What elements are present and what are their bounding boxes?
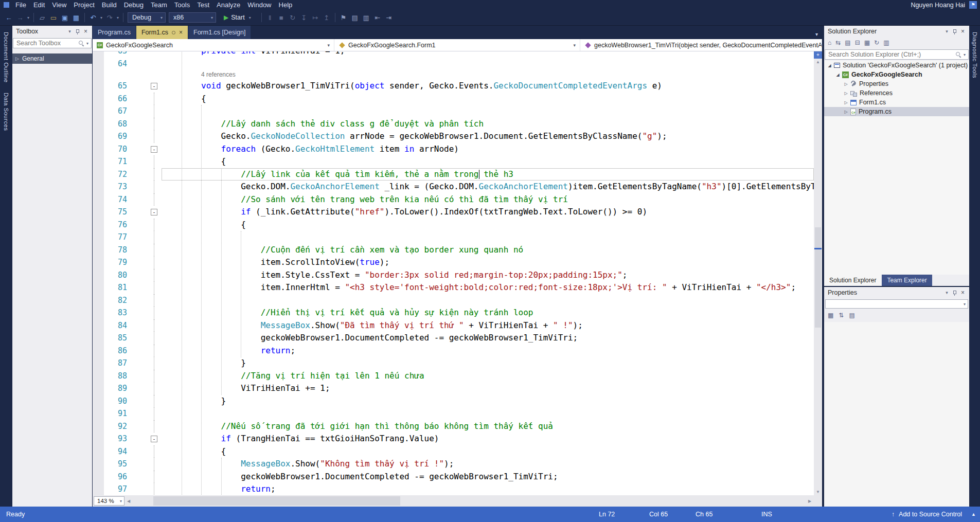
fold-collapse-icon[interactable]: - (151, 83, 157, 89)
breakpoint-margin[interactable] (93, 471, 104, 483)
tab-form1-cs[interactable]: Form1.cs× (136, 26, 188, 39)
break-all-icon[interactable]: ‖ (264, 14, 276, 22)
scroll-right-arrow-icon[interactable]: ▶ (806, 499, 814, 503)
undo-icon[interactable]: ↶ (87, 14, 99, 22)
collapse-all-icon[interactable]: ⊟ (855, 39, 860, 46)
right-rail-tab-diagnostic-tools[interactable]: Diagnostic Tools (972, 32, 978, 78)
menu-item-project[interactable]: Project (70, 0, 98, 10)
breakpoint-margin[interactable] (93, 357, 104, 370)
breakpoint-margin[interactable] (93, 168, 104, 181)
code-line[interactable]: 66 { (93, 93, 814, 105)
breakpoint-margin[interactable] (93, 118, 104, 131)
breakpoint-margin[interactable] (93, 319, 104, 332)
horizontal-scrollbar-track[interactable] (133, 495, 806, 507)
breakpoint-margin[interactable] (93, 307, 104, 319)
code-line[interactable]: 64 (93, 58, 814, 70)
start-debugging-button[interactable]: ▶Start▾ (220, 14, 257, 21)
pin-icon[interactable] (75, 29, 80, 34)
stop-debugging-icon[interactable]: ■ (276, 14, 287, 22)
solution-platforms-combo[interactable]: x86▾ (169, 12, 216, 23)
menu-item-edit[interactable]: Edit (30, 0, 48, 10)
pin-icon[interactable] (172, 31, 175, 34)
breakpoint-margin[interactable] (93, 206, 104, 219)
breakpoint-margin[interactable] (93, 256, 104, 269)
breakpoint-margin[interactable] (93, 58, 104, 70)
type-dropdown[interactable]: GeckoFxGoogleSearch.Form1 ▾ (334, 39, 580, 51)
left-rail-tab-document-outline[interactable]: Document Outline (3, 32, 9, 82)
close-icon[interactable]: × (179, 29, 183, 36)
sync-with-active-document-icon[interactable]: ⇆ (835, 39, 841, 46)
notifications-flag-icon[interactable]: ⚑ (969, 1, 977, 9)
pin-icon[interactable] (952, 29, 957, 34)
zoom-level-combo[interactable]: 143 % ▾ (94, 496, 124, 506)
new-file-icon[interactable]: ▱ (37, 14, 48, 22)
codelens-references[interactable]: 4 references (162, 70, 814, 80)
redo-chevron[interactable]: ▾ (115, 15, 120, 20)
properties-object-combo[interactable]: ▾ (825, 299, 968, 309)
breakpoint-margin[interactable] (93, 219, 104, 231)
breakpoint-margin[interactable] (93, 130, 104, 143)
breakpoint-margin[interactable] (93, 105, 104, 118)
navigate-forward-icon[interactable]: → (14, 14, 26, 22)
restart-icon[interactable]: ↻ (287, 14, 298, 22)
horizontal-scrollbar-thumb[interactable] (153, 496, 400, 506)
breakpoint-margin[interactable] (93, 395, 104, 408)
breakpoint-margin[interactable] (93, 445, 104, 458)
undo-chevron[interactable]: ▾ (99, 15, 104, 20)
step-out-icon[interactable]: ↥ (321, 14, 332, 22)
tree-item-properties[interactable]: ▷Properties (824, 79, 969, 88)
tree-item-references[interactable]: ▷References (824, 88, 969, 98)
fold-collapse-icon[interactable]: - (151, 209, 157, 215)
breakpoint-margin[interactable] (93, 370, 104, 383)
collapsed-arrow-icon[interactable]: ▷ (843, 91, 849, 96)
redo-icon[interactable]: ↷ (104, 14, 115, 22)
feedback-triangle-icon[interactable]: ▲ (971, 512, 976, 517)
project-dropdown[interactable]: GeckoFxGoogleSearch ▾ (93, 39, 334, 51)
bookmark-icon[interactable]: ⚑ (338, 14, 349, 22)
tree-item-solution-geckofxgooglesearch-1-project[interactable]: ◢Solution 'GeckoFxGoogleSearch' (1 proje… (824, 61, 969, 70)
user-name[interactable]: Nguyen Hoang Hai (911, 2, 965, 9)
breakpoint-margin[interactable] (93, 458, 104, 471)
save-icon[interactable]: ▣ (59, 14, 70, 22)
collapsed-arrow-icon[interactable]: ▷ (843, 110, 849, 114)
collapsed-arrow-icon[interactable]: ▷ (843, 100, 849, 105)
expanded-arrow-icon[interactable]: ◢ (826, 63, 833, 68)
tree-item-geckofxgooglesearch[interactable]: ◢GeckoFxGoogleSearch (824, 70, 969, 79)
decrease-indent-icon[interactable]: ⇤ (372, 14, 383, 22)
collapsed-arrow-icon[interactable]: ▷ (843, 82, 849, 86)
breakpoint-margin[interactable] (93, 407, 104, 420)
pin-icon[interactable] (952, 290, 957, 296)
home-icon[interactable]: ⌂ (828, 39, 831, 46)
preview-selected-items-icon[interactable]: ▥ (883, 39, 889, 46)
property-pages-icon[interactable]: ▤ (849, 312, 854, 319)
menu-item-view[interactable]: View (48, 0, 70, 10)
panel-tab-solution-explorer[interactable]: Solution Explorer (824, 275, 881, 286)
tab-program-cs[interactable]: Program.cs (93, 26, 136, 39)
breakpoint-margin[interactable] (93, 269, 104, 282)
split-window-button[interactable]: + (814, 51, 822, 59)
comment-out-icon[interactable]: ▤ (349, 14, 361, 22)
close-icon[interactable]: × (959, 289, 967, 296)
menu-item-file[interactable]: File (12, 0, 30, 10)
panel-tab-team-explorer[interactable]: Team Explorer (882, 275, 932, 286)
code-line[interactable]: 63 private int ViTriHienTai = 1; (93, 51, 814, 58)
member-dropdown[interactable]: geckoWebBrowser1_TimViTri(object sender,… (580, 39, 822, 51)
properties-icon[interactable]: ▦ (864, 39, 870, 46)
menu-item-debug[interactable]: Debug (120, 0, 147, 10)
scroll-left-arrow-icon[interactable]: ◀ (124, 499, 133, 503)
solution-explorer-search-input[interactable]: Search Solution Explorer (Ctrl+;) ▾ (825, 49, 969, 60)
breakpoint-margin[interactable] (93, 181, 104, 193)
breakpoint-margin[interactable] (93, 433, 104, 445)
scroll-down-arrow-icon[interactable]: ▼ (814, 489, 822, 495)
tree-item-program-cs[interactable]: ▷Program.cs (824, 107, 969, 116)
menu-item-test[interactable]: Test (193, 0, 213, 10)
menu-item-help[interactable]: Help (275, 0, 296, 10)
fold-collapse-icon[interactable]: - (151, 146, 157, 153)
breakpoint-margin[interactable] (93, 51, 104, 58)
toolbox-group-general[interactable]: ▷ General (12, 53, 92, 64)
breakpoint-margin[interactable] (93, 231, 104, 244)
code-line[interactable]: 65- void geckoWebBrowser1_TimViTri(objec… (93, 80, 814, 93)
save-all-icon[interactable]: ▦ (70, 14, 82, 22)
open-file-icon[interactable]: ▭ (48, 14, 59, 22)
close-icon[interactable]: × (82, 28, 90, 35)
